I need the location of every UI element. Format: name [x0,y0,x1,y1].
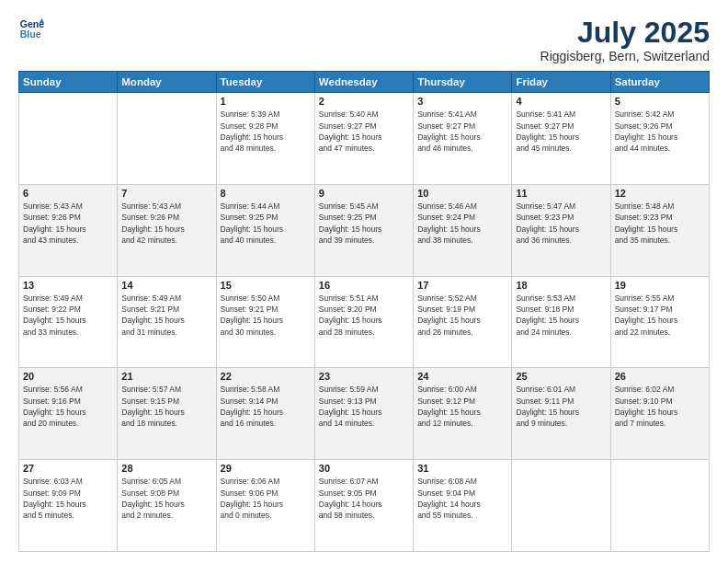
day-info: Sunrise: 5:43 AM Sunset: 9:26 PM Dayligh… [23,201,113,246]
day-number: 11 [516,188,606,199]
day-info: Sunrise: 5:48 AM Sunset: 9:23 PM Dayligh… [615,201,705,246]
day-number: 24 [417,371,507,382]
table-row: 7Sunrise: 5:43 AM Sunset: 9:26 PM Daylig… [118,184,216,276]
table-row: 12Sunrise: 5:48 AM Sunset: 9:23 PM Dayli… [610,184,709,276]
day-info: Sunrise: 5:40 AM Sunset: 9:27 PM Dayligh… [319,109,409,154]
day-number: 12 [615,188,705,199]
table-row: 29Sunrise: 6:06 AM Sunset: 9:06 PM Dayli… [216,460,314,552]
table-row: 16Sunrise: 5:51 AM Sunset: 9:20 PM Dayli… [314,276,413,368]
day-info: Sunrise: 5:45 AM Sunset: 9:25 PM Dayligh… [319,201,409,246]
day-info: Sunrise: 5:42 AM Sunset: 9:26 PM Dayligh… [615,109,705,154]
day-number: 18 [516,280,606,291]
table-row: 13Sunrise: 5:49 AM Sunset: 9:22 PM Dayli… [19,276,118,368]
table-row: 1Sunrise: 5:39 AM Sunset: 9:28 PM Daylig… [216,93,314,185]
day-info: Sunrise: 5:55 AM Sunset: 9:17 PM Dayligh… [615,293,705,338]
day-info: Sunrise: 5:51 AM Sunset: 9:20 PM Dayligh… [319,293,409,338]
week-row-0: 1Sunrise: 5:39 AM Sunset: 9:28 PM Daylig… [19,93,710,185]
day-number: 9 [319,188,409,199]
day-number: 3 [417,96,507,107]
header-thursday: Thursday [414,72,512,93]
weekday-header-row: Sunday Monday Tuesday Wednesday Thursday… [19,72,710,93]
day-info: Sunrise: 5:52 AM Sunset: 9:19 PM Dayligh… [417,293,507,338]
day-info: Sunrise: 6:02 AM Sunset: 9:10 PM Dayligh… [615,384,705,429]
day-number: 21 [121,371,211,382]
table-row: 22Sunrise: 5:58 AM Sunset: 9:14 PM Dayli… [216,368,314,460]
header-wednesday: Wednesday [314,72,413,93]
day-number: 27 [23,463,113,474]
day-number: 6 [23,188,113,199]
day-number: 30 [319,463,409,474]
day-number: 10 [417,188,507,199]
day-number: 31 [417,463,507,474]
logo-icon: General Blue [18,17,44,42]
day-info: Sunrise: 6:06 AM Sunset: 9:06 PM Dayligh… [221,476,311,521]
day-number: 2 [319,96,409,107]
table-row: 24Sunrise: 6:00 AM Sunset: 9:12 PM Dayli… [414,368,512,460]
week-row-3: 20Sunrise: 5:56 AM Sunset: 9:16 PM Dayli… [19,368,710,460]
week-row-2: 13Sunrise: 5:49 AM Sunset: 9:22 PM Dayli… [19,276,710,368]
table-row: 3Sunrise: 5:41 AM Sunset: 9:27 PM Daylig… [414,93,512,185]
day-number: 25 [516,371,606,382]
day-info: Sunrise: 5:53 AM Sunset: 9:18 PM Dayligh… [516,293,606,338]
main-title: July 2025 [540,17,710,49]
table-row: 10Sunrise: 5:46 AM Sunset: 9:24 PM Dayli… [414,184,512,276]
day-info: Sunrise: 5:43 AM Sunset: 9:26 PM Dayligh… [121,201,211,246]
table-row [118,93,216,185]
table-row: 28Sunrise: 6:05 AM Sunset: 9:08 PM Dayli… [118,460,216,552]
day-number: 16 [319,280,409,291]
day-info: Sunrise: 5:59 AM Sunset: 9:13 PM Dayligh… [319,384,409,429]
day-info: Sunrise: 6:05 AM Sunset: 9:08 PM Dayligh… [121,476,211,521]
day-info: Sunrise: 6:01 AM Sunset: 9:11 PM Dayligh… [516,384,606,429]
day-info: Sunrise: 5:57 AM Sunset: 9:15 PM Dayligh… [121,384,211,429]
day-number: 19 [615,280,705,291]
day-number: 22 [221,371,311,382]
table-row: 27Sunrise: 6:03 AM Sunset: 9:09 PM Dayli… [19,460,118,552]
header-saturday: Saturday [610,72,709,93]
table-row: 21Sunrise: 5:57 AM Sunset: 9:15 PM Dayli… [118,368,216,460]
day-number: 5 [615,96,705,107]
table-row: 14Sunrise: 5:49 AM Sunset: 9:21 PM Dayli… [118,276,216,368]
subtitle: Riggisberg, Bern, Switzerland [540,49,710,63]
header-sunday: Sunday [19,72,118,93]
day-info: Sunrise: 5:46 AM Sunset: 9:24 PM Dayligh… [417,201,507,246]
day-number: 7 [121,188,211,199]
table-row: 25Sunrise: 6:01 AM Sunset: 9:11 PM Dayli… [512,368,610,460]
table-row: 5Sunrise: 5:42 AM Sunset: 9:26 PM Daylig… [610,93,709,185]
table-row: 23Sunrise: 5:59 AM Sunset: 9:13 PM Dayli… [314,368,413,460]
table-row [512,460,610,552]
svg-text:Blue: Blue [20,29,41,40]
day-number: 4 [516,96,606,107]
day-info: Sunrise: 5:41 AM Sunset: 9:27 PM Dayligh… [417,109,507,154]
day-info: Sunrise: 6:07 AM Sunset: 9:05 PM Dayligh… [319,476,409,521]
table-row: 8Sunrise: 5:44 AM Sunset: 9:25 PM Daylig… [216,184,314,276]
table-row: 31Sunrise: 6:08 AM Sunset: 9:04 PM Dayli… [414,460,512,552]
table-row: 11Sunrise: 5:47 AM Sunset: 9:23 PM Dayli… [512,184,610,276]
day-number: 28 [121,463,211,474]
header: General Blue July 2025 Riggisberg, Bern,… [18,17,710,63]
title-block: July 2025 Riggisberg, Bern, Switzerland [540,17,710,63]
day-number: 20 [23,371,113,382]
day-info: Sunrise: 5:56 AM Sunset: 9:16 PM Dayligh… [23,384,113,429]
week-row-1: 6Sunrise: 5:43 AM Sunset: 9:26 PM Daylig… [19,184,710,276]
day-info: Sunrise: 5:58 AM Sunset: 9:14 PM Dayligh… [221,384,311,429]
day-info: Sunrise: 5:49 AM Sunset: 9:21 PM Dayligh… [121,293,211,338]
table-row: 2Sunrise: 5:40 AM Sunset: 9:27 PM Daylig… [314,93,413,185]
week-row-4: 27Sunrise: 6:03 AM Sunset: 9:09 PM Dayli… [19,460,710,552]
day-info: Sunrise: 6:08 AM Sunset: 9:04 PM Dayligh… [417,476,507,521]
day-info: Sunrise: 5:49 AM Sunset: 9:22 PM Dayligh… [23,293,113,338]
table-row: 18Sunrise: 5:53 AM Sunset: 9:18 PM Dayli… [512,276,610,368]
header-friday: Friday [512,72,610,93]
header-monday: Monday [118,72,216,93]
day-number: 23 [319,371,409,382]
table-row: 9Sunrise: 5:45 AM Sunset: 9:25 PM Daylig… [314,184,413,276]
calendar-table: Sunday Monday Tuesday Wednesday Thursday… [18,71,710,552]
table-row: 19Sunrise: 5:55 AM Sunset: 9:17 PM Dayli… [610,276,709,368]
day-number: 17 [417,280,507,291]
header-tuesday: Tuesday [216,72,314,93]
table-row: 30Sunrise: 6:07 AM Sunset: 9:05 PM Dayli… [314,460,413,552]
day-number: 15 [221,280,311,291]
day-info: Sunrise: 6:03 AM Sunset: 9:09 PM Dayligh… [23,476,113,521]
table-row: 26Sunrise: 6:02 AM Sunset: 9:10 PM Dayli… [610,368,709,460]
page: General Blue July 2025 Riggisberg, Bern,… [0,0,728,563]
day-number: 14 [121,280,211,291]
